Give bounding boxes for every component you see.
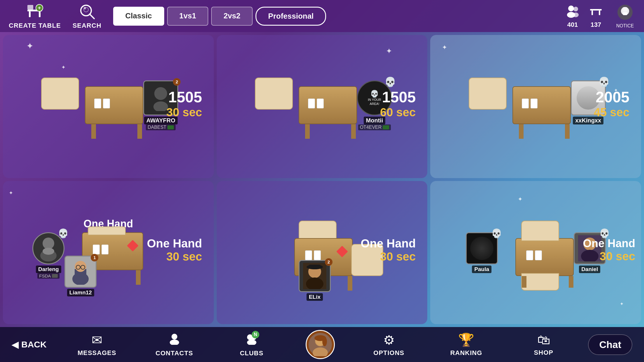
search-label: SEARCH [73, 22, 102, 29]
card-1 [94, 99, 101, 108]
table-cards-1 [94, 99, 110, 108]
paula-avatar-wrap: 💀 [466, 232, 498, 264]
table-card-6[interactable]: ✦ ✦ 💀 [430, 181, 641, 324]
card-2 [103, 99, 110, 108]
empty-chair-bottom-6 [521, 273, 559, 291]
table-cards-5 [305, 250, 321, 260]
paula-name: Paula [472, 266, 491, 273]
tab-options[interactable]: ⚙ OPTIONS [365, 333, 412, 357]
empty-chair-top-6 [521, 221, 559, 241]
back-button[interactable]: ◀ BACK [12, 340, 47, 350]
awayfro-club-flag [167, 125, 174, 129]
montii-tag-text: OT4EVER [360, 125, 382, 130]
tab-classic[interactable]: Classic [113, 7, 164, 26]
svg-rect-16 [599, 10, 600, 15]
create-table-icon: + [24, 3, 45, 20]
chair-top-4 [88, 226, 126, 235]
svg-rect-37 [309, 265, 321, 269]
tab-profile[interactable] [306, 330, 335, 359]
sparkle-8: ✦ [620, 301, 624, 307]
tab-professional[interactable]: Professional [256, 7, 326, 26]
create-table-label: CREATE TABLE [9, 22, 61, 29]
daniel-name: Daniel [579, 266, 600, 273]
awayfro-tag: DABEST [146, 124, 176, 130]
svg-point-21 [154, 87, 167, 100]
table-3-score: 2005 45 sec [594, 88, 629, 119]
bottom-nav: ◀ BACK ✉ MESSAGES CONTACTS [0, 327, 644, 362]
empty-chair-3 [469, 78, 507, 110]
ranking-label: RANKING [450, 349, 482, 357]
card-5 [522, 99, 529, 108]
notice-button[interactable]: NOTICE [615, 3, 635, 29]
friends-stat: 401 [565, 4, 580, 29]
tab-1vs1[interactable]: 1vs1 [167, 7, 209, 26]
table-1-score-time: 30 sec [166, 106, 202, 119]
table-4-game-type-label: One Hand [147, 237, 202, 250]
table-6-game-type: One Hand [583, 237, 635, 250]
table-cards-3 [522, 99, 538, 108]
tables-count: 137 [591, 21, 601, 29]
table-card-2[interactable]: ✦ 💀 IN YOURAREA! [217, 35, 428, 178]
clubs-icon-wrap: N [245, 332, 258, 348]
tab-clubs[interactable]: N CLUBS [228, 332, 275, 357]
svg-rect-19 [623, 12, 627, 15]
contacts-icon [168, 332, 181, 348]
darleng-skull: 💀 [58, 228, 69, 238]
svg-text:+: + [38, 5, 41, 11]
table-4-score: One Hand 30 sec [147, 237, 202, 263]
sparkle-6: ✦ [9, 190, 13, 196]
svg-rect-20 [623, 7, 627, 12]
player-elix[interactable]: 2 ELix [299, 260, 331, 301]
search-icon [77, 3, 97, 20]
empty-chair-2 [255, 78, 293, 110]
tab-shop[interactable]: 🛍 SHOP [520, 333, 567, 356]
svg-rect-15 [592, 10, 593, 15]
table-card-1[interactable]: ✦ ✦ [3, 35, 214, 178]
contacts-label: CONTACTS [155, 349, 193, 357]
player-liamn12[interactable]: 1 Liamn12 [64, 256, 97, 296]
paula-skull: 💀 [491, 228, 502, 238]
table-surface-2 [299, 86, 357, 124]
search-button[interactable]: SEARCH [73, 3, 102, 29]
svg-point-45 [247, 340, 256, 345]
svg-rect-3 [27, 5, 33, 10]
svg-rect-14 [590, 9, 602, 10]
friends-icon [565, 4, 580, 21]
tab-contacts[interactable]: CONTACTS [151, 332, 198, 357]
shop-icon: 🛍 [537, 333, 550, 347]
sparkle-1: ✦ [26, 41, 34, 51]
montii-area-text: IN YOURAREA! [368, 98, 381, 106]
darleng-name: Darleng [36, 266, 61, 273]
back-label: BACK [21, 340, 47, 349]
table-5-score-time: 30 sec [360, 250, 416, 263]
liamn12-level: 1 [91, 254, 98, 261]
table-scene-3: 💀 xxKingxx [463, 75, 609, 139]
chat-button[interactable]: Chat [588, 334, 632, 355]
messages-label: MESSAGES [78, 349, 116, 357]
paula-avatar-circle [470, 237, 494, 260]
svg-point-13 [573, 13, 579, 17]
svg-point-29 [75, 261, 86, 272]
notice-label: NOTICE [616, 23, 634, 29]
table-surface-1 [85, 86, 143, 124]
svg-point-9 [84, 7, 86, 9]
table-cards-4 [93, 245, 108, 254]
create-table-button[interactable]: + CREATE TABLE [9, 3, 61, 29]
tab-2vs2[interactable]: 2vs2 [211, 7, 253, 26]
montii-tag: OT4EVER [358, 124, 391, 130]
tab-ranking[interactable]: 🏆 RANKING [443, 332, 490, 357]
player-paula[interactable]: 💀 Paula [466, 232, 498, 273]
table-card-5[interactable]: 2 ELix One Hand 30 sec [217, 181, 428, 324]
table-card-3[interactable]: ✦ ✦ 💀 xxKingxx [430, 35, 641, 178]
table-5-game-type: One Hand [360, 237, 416, 250]
table-2-score-number: 1505 [380, 88, 416, 106]
tab-messages[interactable]: ✉ MESSAGES [74, 333, 120, 357]
table-leg-4 [351, 124, 356, 139]
stat-group: 401 137 [565, 4, 603, 29]
montii-skull-small: 💀 [370, 90, 379, 98]
table-2-score-time: 60 sec [380, 106, 416, 119]
player-darleng[interactable]: 💀 Darleng FSDA [32, 232, 64, 279]
table-card-4[interactable]: ✦ One Hand [3, 181, 214, 324]
clubs-label: CLUBS [240, 349, 263, 357]
sparkle-3: ✦ [386, 47, 392, 56]
